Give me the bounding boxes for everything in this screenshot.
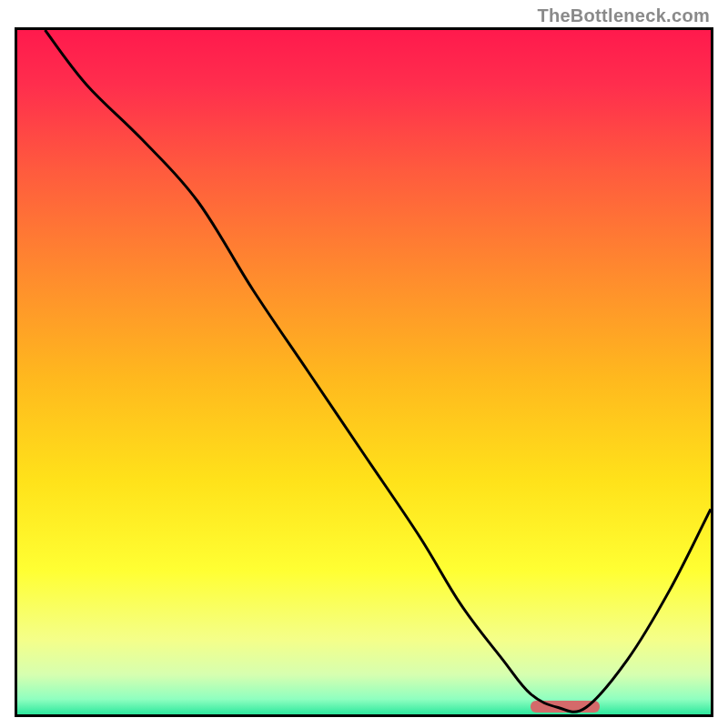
watermark-text: TheBottleneck.com (537, 5, 710, 26)
chart-frame (15, 27, 713, 717)
bottleneck-curve (17, 30, 711, 714)
bottleneck-curve-path (45, 30, 711, 712)
